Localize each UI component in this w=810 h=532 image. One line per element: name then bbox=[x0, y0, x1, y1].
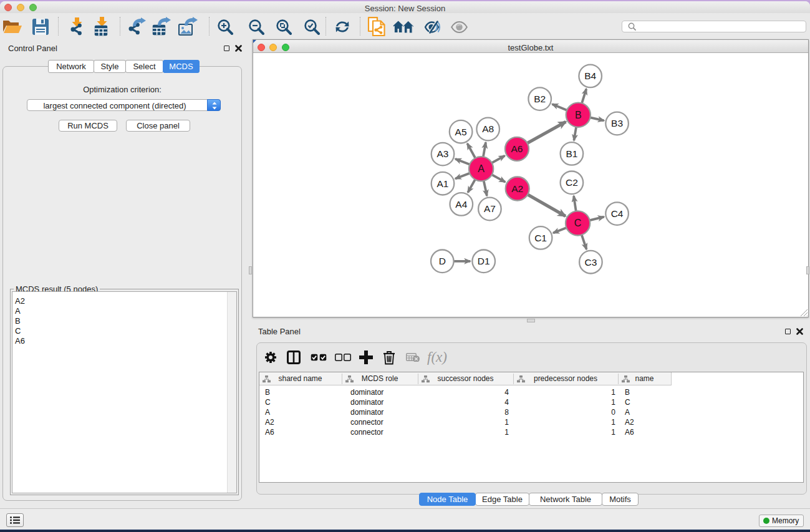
svg-text:A2: A2 bbox=[511, 183, 523, 194]
svg-text:A4: A4 bbox=[455, 199, 467, 210]
svg-text:D1: D1 bbox=[478, 256, 490, 266]
svg-text:C1: C1 bbox=[534, 233, 547, 243]
svg-text:B1: B1 bbox=[566, 148, 577, 159]
svg-text:B4: B4 bbox=[584, 70, 596, 81]
svg-text:B: B bbox=[575, 110, 582, 120]
svg-text:A5: A5 bbox=[455, 127, 467, 137]
svg-text:D: D bbox=[439, 256, 446, 266]
svg-text:C4: C4 bbox=[611, 208, 624, 219]
svg-text:A7: A7 bbox=[484, 203, 496, 214]
svg-text:A8: A8 bbox=[482, 123, 494, 134]
svg-text:C3: C3 bbox=[584, 257, 597, 268]
svg-text:A3: A3 bbox=[437, 148, 449, 159]
svg-text:B3: B3 bbox=[611, 118, 623, 128]
svg-text:B2: B2 bbox=[534, 94, 546, 104]
svg-text:C2: C2 bbox=[566, 177, 578, 188]
svg-text:C: C bbox=[574, 218, 582, 228]
svg-text:A1: A1 bbox=[437, 178, 449, 189]
svg-text:A6: A6 bbox=[511, 143, 523, 154]
svg-text:A: A bbox=[478, 163, 485, 174]
